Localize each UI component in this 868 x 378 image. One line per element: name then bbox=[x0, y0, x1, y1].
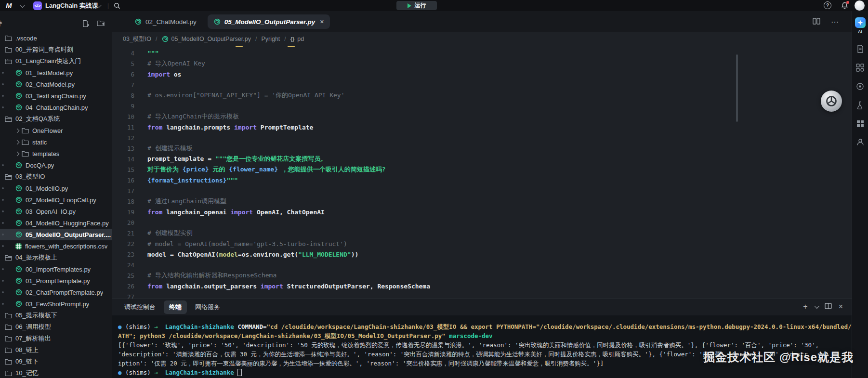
code-line: 12 bbox=[112, 132, 852, 143]
line-number: 23 bbox=[112, 251, 134, 258]
watermark: 掘金技术社区 @Rise就是我 bbox=[703, 350, 854, 365]
ai-logo-icon[interactable] bbox=[855, 17, 866, 28]
file-tree-item[interactable]: 05_提示模板下 bbox=[0, 310, 112, 321]
file-tree-item[interactable]: 02_ModelIO_LoopCall.py bbox=[0, 194, 112, 206]
file-tree-item[interactable]: flowers_with_descriptions.csv bbox=[0, 240, 112, 252]
line-number: 4 bbox=[112, 50, 134, 57]
file-tree-item[interactable]: OneFlower bbox=[0, 125, 112, 136]
file-name: 02_ChatPromptTemplate.py bbox=[26, 289, 103, 296]
file-tree-item[interactable]: 03_TextLangChain.py bbox=[0, 90, 112, 102]
file-name: 02_ModelIO_LoopCall.py bbox=[26, 196, 96, 204]
close-tab-icon[interactable]: × bbox=[320, 18, 324, 26]
grid-icon[interactable] bbox=[856, 120, 864, 128]
file-tree-item[interactable]: static bbox=[0, 136, 112, 148]
breadcrumb-item[interactable]: 03_模型IO bbox=[123, 35, 151, 43]
file-tree-item[interactable]: DocQA.py bbox=[0, 159, 112, 171]
file-tree-item[interactable]: 07_解析输出 bbox=[0, 333, 112, 344]
code-line: 27 bbox=[112, 291, 852, 299]
file-tree-item[interactable]: templates bbox=[0, 148, 112, 159]
file-name: 10_记忆 bbox=[15, 369, 39, 378]
line-number: 14 bbox=[112, 156, 134, 163]
split-panel-icon[interactable] bbox=[825, 302, 832, 311]
python-file-icon bbox=[15, 81, 22, 88]
file-tree-item[interactable]: 10_记忆 bbox=[0, 367, 112, 378]
editor-tab[interactable]: 05_ModelIO_OutputParser.py× bbox=[208, 14, 330, 29]
file-tree-item[interactable]: 04_ModelIO_HuggingFace.py bbox=[0, 217, 112, 229]
line-number: 25 bbox=[112, 272, 134, 279]
terminal-output[interactable]: ● (shims) → LangChain-shizhanke COMMAND=… bbox=[112, 315, 852, 378]
file-tree-item[interactable]: 02_文档QA系统 bbox=[0, 113, 112, 125]
breadcrumb-item[interactable]: {}pd bbox=[290, 36, 304, 42]
file-tree-item[interactable]: 00_ImportTemplates.py bbox=[0, 263, 112, 275]
logo-menu-chevron-icon[interactable] bbox=[20, 0, 24, 11]
panel-tab[interactable]: 调试控制台 bbox=[119, 300, 161, 314]
editor-tab[interactable]: 02_ChatModel.py bbox=[129, 14, 203, 29]
explorer-header: 件 bbox=[0, 11, 112, 32]
file-tree-item[interactable]: 01_TextModel.py bbox=[0, 67, 112, 78]
file-name: 03_FewShotPrompt.py bbox=[26, 300, 89, 308]
breadcrumb-item[interactable]: 05_ModelIO_OutputParser.py bbox=[162, 36, 251, 42]
help-icon[interactable]: ? bbox=[824, 1, 831, 9]
folder-icon bbox=[5, 313, 12, 319]
file-tree-item[interactable]: 00_开篇词_奇点时刻 bbox=[0, 44, 112, 55]
code-editor[interactable]: 4"""5# 导入OpenAI Key6import os78# os.envi… bbox=[112, 46, 852, 299]
line-number: 5 bbox=[112, 60, 134, 67]
file-tree-item[interactable]: 03_模型IO bbox=[0, 171, 112, 182]
folder-open-icon bbox=[5, 255, 12, 261]
breadcrumb-item[interactable]: Pyright bbox=[261, 36, 280, 42]
avatar[interactable] bbox=[855, 0, 865, 11]
extensions-icon[interactable] bbox=[856, 64, 864, 72]
search-icon[interactable] bbox=[114, 0, 120, 11]
new-file-icon[interactable] bbox=[82, 20, 90, 29]
ai-assistant-bubble[interactable] bbox=[821, 91, 842, 112]
right-activity-bar: AI bbox=[852, 11, 868, 378]
workspace-chevron-icon[interactable] bbox=[96, 0, 100, 11]
panel-tab[interactable]: 终端 bbox=[164, 300, 187, 314]
file-tree-item[interactable]: 01_ModelIO.py bbox=[0, 182, 112, 194]
file-tree-item[interactable]: 09_链下 bbox=[0, 356, 112, 367]
panel-tab[interactable]: 网络服务 bbox=[190, 300, 225, 314]
flask-icon[interactable] bbox=[856, 101, 864, 109]
split-editor-icon[interactable] bbox=[813, 18, 820, 26]
file-tree-item[interactable]: 03_FewShotPrompt.py bbox=[0, 298, 112, 310]
file-tree-item[interactable]: 04_ChatLongChain.py bbox=[0, 102, 112, 113]
terminal-dropdown-chevron-icon[interactable] bbox=[815, 304, 819, 309]
close-panel-icon[interactable]: × bbox=[839, 303, 843, 311]
bell-icon[interactable] bbox=[841, 2, 848, 11]
file-tree-item[interactable]: 05_ModelIO_OutputParser.... bbox=[0, 229, 112, 240]
line-number: 22 bbox=[112, 240, 134, 248]
new-folder-icon[interactable] bbox=[97, 20, 105, 29]
file-tree-item[interactable]: .vscode bbox=[0, 32, 112, 44]
tab-label: 05_ModelIO_OutputParser.py bbox=[224, 18, 315, 26]
file-tree-item[interactable]: 04_提示模板上 bbox=[0, 252, 112, 263]
target-icon[interactable] bbox=[856, 82, 864, 91]
code-line: 21# 创建模型实例 bbox=[112, 228, 852, 238]
workspace-title[interactable]: LangChain 实战课 bbox=[45, 0, 98, 11]
python-file-icon bbox=[15, 266, 22, 273]
line-number: 9 bbox=[112, 103, 134, 110]
file-name: static bbox=[32, 139, 47, 146]
file-tree-item[interactable]: 03_OpenAI_IO.py bbox=[0, 206, 112, 217]
file-tree-item[interactable]: 06_调用模型 bbox=[0, 321, 112, 333]
line-number: 20 bbox=[112, 219, 134, 226]
run-button[interactable]: 运行 bbox=[396, 1, 437, 10]
code-line: 11from langchain.prompts import PromptTe… bbox=[112, 122, 852, 132]
file-name: 03_TextLangChain.py bbox=[26, 92, 86, 100]
user-icon[interactable] bbox=[856, 138, 864, 146]
file-status-dot bbox=[2, 106, 4, 108]
code-line: 25# 导入结构化输出解析器和ResponseSchema bbox=[112, 270, 852, 281]
add-terminal-icon[interactable]: + bbox=[803, 303, 807, 311]
file-tree-item[interactable]: 02_ChatModel.py bbox=[0, 78, 112, 90]
chevron-right-icon bbox=[15, 128, 20, 133]
app-logo[interactable]: M bbox=[6, 0, 12, 11]
file-name: flowers_with_descriptions.csv bbox=[25, 243, 107, 250]
line-number: 15 bbox=[112, 166, 134, 173]
document-icon[interactable] bbox=[856, 45, 864, 53]
file-tree-item[interactable]: 01_LangChain快速入门 bbox=[0, 55, 112, 67]
editor-scrollbar[interactable] bbox=[736, 54, 738, 122]
file-explorer-sidebar: 件 .vscode00_开篇词_奇点时刻01_LangChain快速入门01_T… bbox=[0, 11, 112, 378]
file-tree-item[interactable]: 08_链上 bbox=[0, 344, 112, 356]
file-tree-item[interactable]: 02_ChatPromptTemplate.py bbox=[0, 287, 112, 298]
more-icon[interactable]: ⋯ bbox=[831, 17, 839, 26]
file-tree-item[interactable]: 01_PromptTemplate.py bbox=[0, 275, 112, 287]
